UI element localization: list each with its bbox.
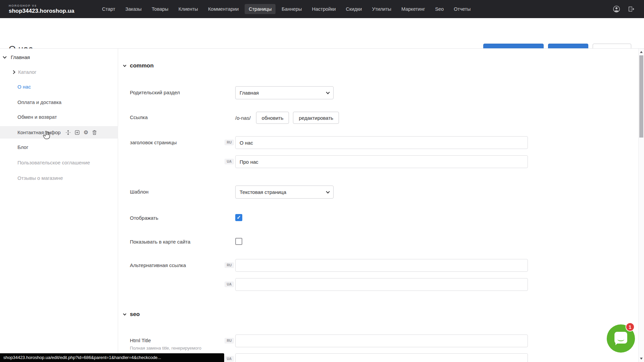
parent-section-select[interactable]: Главная xyxy=(235,86,334,99)
section-common-title: common xyxy=(130,62,154,69)
section-common[interactable]: common xyxy=(123,62,154,69)
scrollbar-down-arrow[interactable] xyxy=(640,358,643,360)
tree-item-obmen[interactable]: Обмен и возврат xyxy=(0,111,118,123)
status-url-bar: shop34423.horoshop.ua/edit/edit.php?id=6… xyxy=(0,353,224,362)
display-checkbox[interactable] xyxy=(235,214,242,221)
html-title-label: Html Title xyxy=(130,338,151,343)
tree-item-glavnaya[interactable]: Главная xyxy=(0,51,118,63)
sitemap-checkbox[interactable] xyxy=(235,238,242,245)
menu-item-start[interactable]: Старт xyxy=(98,4,119,14)
link-label: Ссылка xyxy=(130,114,148,120)
link-path: /o-nas/ xyxy=(235,115,251,121)
menu-item-marketing[interactable]: Маркетинг xyxy=(397,4,429,14)
menu-item-products[interactable]: Товары xyxy=(148,4,172,14)
tree-item-label: Отзывы о магазине xyxy=(17,175,63,181)
lang-tag-ua: UA xyxy=(225,281,234,287)
main-menu: Старт Заказы Товары Клиенты Комментарии … xyxy=(98,0,475,18)
tree-item-otzyvy[interactable]: Отзывы о магазине xyxy=(0,172,118,184)
chevron-right-icon[interactable] xyxy=(11,70,15,74)
logo-version: HOROSHOP V4 xyxy=(9,4,75,7)
logo[interactable]: HOROSHOP V4 shop34423.horoshop.ua xyxy=(9,4,75,14)
drag-icon[interactable] xyxy=(65,130,71,135)
scrollbar[interactable] xyxy=(638,49,644,362)
tree-item-blog[interactable]: Блог xyxy=(0,141,118,153)
alt-link-ru-input[interactable] xyxy=(235,259,528,272)
chevron-down-icon xyxy=(326,90,330,94)
tree-item-label: Главная xyxy=(11,54,30,60)
link-row: /o-nas/ обновить редактировать xyxy=(235,112,339,124)
link-edit-button[interactable]: редактировать xyxy=(293,112,339,124)
lang-tag-ua: UA xyxy=(225,159,234,164)
page-tree-sidebar: Главная Каталог О нас Оплата и доставка … xyxy=(0,49,118,362)
menu-item-discounts[interactable]: Скидки xyxy=(342,4,366,14)
menu-item-banners[interactable]: Баннеры xyxy=(278,4,306,14)
logout-icon[interactable] xyxy=(627,5,635,13)
alt-link-ua-input[interactable] xyxy=(235,278,528,291)
tree-item-oplata[interactable]: Оплата и доставка xyxy=(0,96,118,108)
menu-item-settings[interactable]: Настройки xyxy=(308,4,340,14)
sitemap-label: Показывать в карте сайта xyxy=(130,239,190,245)
tree-item-label: Каталог xyxy=(18,69,37,75)
tree-item-label: О нас xyxy=(17,84,31,90)
menu-item-comments[interactable]: Комментарии xyxy=(204,4,243,14)
tree-item-label: Оплата и доставка xyxy=(17,99,61,105)
chevron-down-icon[interactable] xyxy=(3,55,6,58)
scrollbar-thumb[interactable] xyxy=(639,55,643,138)
tree-item-label: Блог xyxy=(17,144,28,150)
tree-item-actions: ⚙ xyxy=(65,130,97,135)
tree-item-katalog[interactable]: Каталог xyxy=(0,66,118,78)
menu-item-pages[interactable]: Страницы xyxy=(245,4,276,14)
topbar-icons xyxy=(612,0,635,18)
tree-item-soglashenie[interactable]: Пользовательское соглашение xyxy=(0,156,118,169)
chevron-down-icon xyxy=(123,312,127,316)
topbar: HOROSHOP V4 shop34423.horoshop.ua Старт … xyxy=(0,0,644,18)
html-title-ua-input[interactable] xyxy=(235,353,528,362)
page-title-ru-input[interactable] xyxy=(235,136,528,149)
chat-unread-badge: 1 xyxy=(626,322,635,331)
link-update-button[interactable]: обновить xyxy=(256,112,289,124)
lang-tag-ua: UA xyxy=(225,356,234,362)
menu-item-clients[interactable]: Клиенты xyxy=(175,4,202,14)
trash-icon[interactable] xyxy=(92,130,97,135)
lang-tag-ru: RU xyxy=(225,262,234,268)
logo-domain: shop34423.horoshop.ua xyxy=(9,8,75,14)
tree-item-label: Обмен и возврат xyxy=(17,114,57,120)
template-value: Текстовая страница xyxy=(240,189,286,195)
form-area: common Родительский раздел Главная Ссылк… xyxy=(118,49,638,362)
display-label: Отображать xyxy=(130,215,158,221)
account-icon[interactable] xyxy=(612,5,621,13)
tree-item-kontaktnaya[interactable]: Контактная инфор ⚙ xyxy=(0,126,118,139)
menu-item-reports[interactable]: Отчеты xyxy=(450,4,475,14)
section-seo-title: seo xyxy=(130,311,140,318)
menu-item-utilities[interactable]: Утилиты xyxy=(368,4,395,14)
lang-tag-ru: RU xyxy=(225,140,234,145)
parent-section-value: Главная xyxy=(240,90,259,96)
template-label: Шаблон xyxy=(130,189,149,195)
chevron-down-icon xyxy=(326,190,330,193)
parent-section-label: Родительский раздел xyxy=(130,90,180,95)
tree-item-label: Контактная инфор xyxy=(17,130,61,135)
chat-icon xyxy=(614,332,627,344)
menu-item-orders[interactable]: Заказы xyxy=(121,4,145,14)
template-select[interactable]: Текстовая страница xyxy=(235,186,334,199)
chevron-down-icon xyxy=(123,64,127,67)
section-seo[interactable]: seo xyxy=(123,311,140,318)
add-icon[interactable] xyxy=(75,130,80,135)
gear-icon[interactable]: ⚙ xyxy=(84,130,88,135)
page: HOROSHOP V4 shop34423.horoshop.ua Старт … xyxy=(0,0,644,362)
page-header: О нас Сохранить и выйти Сохранить Отмени… xyxy=(0,18,644,48)
scrollbar-up-arrow[interactable] xyxy=(640,51,643,53)
html-title-hint: Полная замена title, генерируемого xyxy=(130,346,201,351)
page-title-field-label: заголовок страницы xyxy=(130,140,177,145)
tree-item-o-nas[interactable]: О нас xyxy=(0,81,118,93)
chat-widget-button[interactable]: 1 xyxy=(607,324,635,353)
alt-link-label: Альтернативная ссылка xyxy=(130,262,186,268)
page-title-ua-input[interactable] xyxy=(235,155,528,168)
menu-item-seo[interactable]: Seo xyxy=(431,4,448,14)
lang-tag-ru: RU xyxy=(225,338,234,344)
tree-item-label: Пользовательское соглашение xyxy=(17,160,90,165)
html-title-ru-input[interactable] xyxy=(235,334,528,347)
